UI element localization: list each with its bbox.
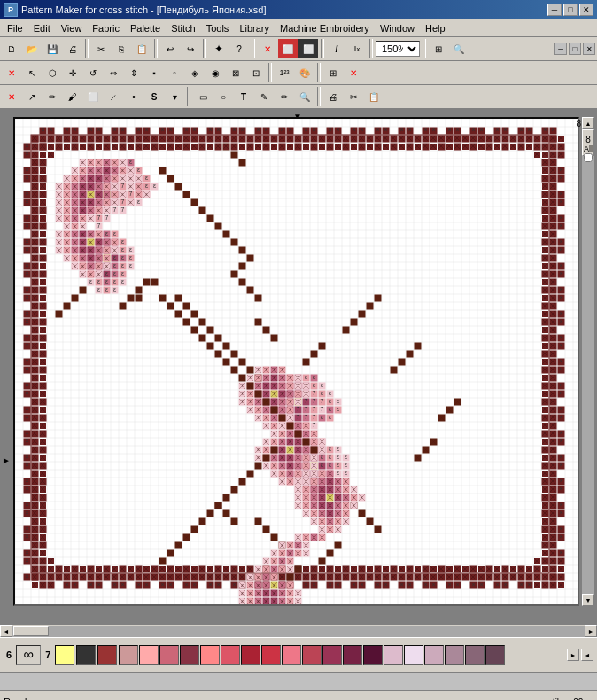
scroll-track-h[interactable] — [12, 626, 585, 637]
inner-max-button[interactable]: □ — [569, 43, 581, 55]
arrow-button[interactable]: ↗ — [22, 87, 42, 106]
swatch-14[interactable] — [384, 645, 403, 665]
text-I-button[interactable]: I — [327, 39, 346, 58]
block1-button[interactable]: ▪ — [144, 63, 164, 82]
scroll-left-button[interactable]: ◄ — [0, 625, 12, 637]
close-x-button[interactable]: ✕ — [2, 63, 21, 82]
swatch-13[interactable] — [363, 645, 383, 665]
swatch-18[interactable] — [465, 645, 485, 665]
clear-button[interactable]: ✕ — [344, 63, 363, 82]
num-button[interactable]: 1²³ — [275, 63, 294, 82]
menu-file[interactable]: File — [2, 21, 28, 35]
s-button[interactable]: S — [144, 87, 164, 106]
scroll-track-v[interactable] — [582, 129, 594, 594]
brush-button[interactable]: 🖌 — [63, 87, 82, 106]
inner-close-button[interactable]: ✕ — [583, 43, 595, 55]
swatch-6[interactable] — [221, 645, 240, 665]
swatch-16[interactable] — [424, 645, 444, 665]
menu-window[interactable]: Window — [375, 21, 420, 35]
rect-button[interactable]: ▭ — [193, 87, 213, 106]
menu-edit[interactable]: Edit — [28, 21, 56, 35]
grid-button[interactable]: ⊞ — [429, 39, 448, 58]
close-button[interactable]: ✕ — [579, 4, 593, 16]
menu-fabric[interactable]: Fabric — [87, 21, 125, 35]
color-swatch-red-dark[interactable] — [97, 645, 117, 665]
scroll-up-button[interactable]: ▲ — [582, 117, 594, 129]
scroll-right-button[interactable]: ► — [585, 625, 597, 637]
block6-button[interactable]: ⊡ — [246, 63, 266, 82]
x-button[interactable]: ✕ — [258, 39, 277, 58]
swatch-11[interactable] — [322, 645, 342, 665]
rotate-button[interactable]: ↺ — [83, 63, 103, 82]
shape-button[interactable]: ⬜ — [83, 87, 103, 106]
swatch-1[interactable] — [119, 645, 138, 665]
T-button[interactable]: T — [234, 87, 253, 106]
menu-view[interactable]: View — [56, 21, 88, 35]
print2-button[interactable]: 🖨 — [323, 87, 343, 106]
pencil2-button[interactable]: ✎ — [254, 87, 274, 106]
zoom2-button[interactable]: 🔍 — [295, 87, 314, 106]
swatch-7[interactable] — [241, 645, 260, 665]
block5-button[interactable]: ⊠ — [226, 63, 245, 82]
horizontal-scrollbar[interactable]: ◄ ► — [0, 624, 597, 637]
block4-button[interactable]: ◉ — [205, 63, 225, 82]
swatch-4[interactable] — [180, 645, 199, 665]
eraser-button[interactable]: ✏ — [275, 87, 294, 106]
inner-min-button[interactable]: ─ — [554, 43, 567, 55]
menu-palette[interactable]: Palette — [125, 21, 166, 35]
text-Ix-button[interactable]: Ix — [347, 39, 367, 58]
menu-help[interactable]: Help — [420, 21, 451, 35]
paste-button[interactable]: 📋 — [132, 39, 151, 58]
swatch-scroll-right[interactable]: ► — [567, 649, 579, 661]
swatch-10[interactable] — [302, 645, 322, 665]
new-button[interactable]: 🗋 — [2, 39, 21, 58]
scroll-down-button[interactable]: ▼ — [582, 594, 594, 606]
copy-button[interactable]: ⎘ — [112, 39, 131, 58]
swatch-8[interactable] — [261, 645, 281, 665]
swatch-17[interactable] — [445, 645, 464, 665]
block2-button[interactable]: ▫ — [165, 63, 184, 82]
zoom-in-button[interactable]: 🔍 — [449, 39, 469, 58]
pattern-canvas[interactable] — [13, 117, 579, 606]
circle-button[interactable]: ○ — [213, 87, 233, 106]
help-cursor-button[interactable]: ? — [229, 39, 249, 58]
redo-button[interactable]: ↪ — [181, 39, 200, 58]
menu-library[interactable]: Library — [234, 21, 275, 35]
palette-button[interactable]: 🎨 — [295, 63, 314, 82]
color-swatch-dark[interactable] — [76, 645, 96, 665]
swatch-2[interactable] — [139, 645, 159, 665]
dot-button[interactable]: • — [124, 87, 143, 106]
open-button[interactable]: 📂 — [22, 39, 42, 58]
move-button[interactable]: ✛ — [63, 63, 82, 82]
cut-button[interactable]: ✂ — [91, 39, 111, 58]
flip-button[interactable]: ⇔ — [104, 63, 123, 82]
paste2-button[interactable]: 📋 — [364, 87, 384, 106]
swatch-3[interactable] — [159, 645, 179, 665]
save-button[interactable]: 💾 — [43, 39, 62, 58]
color-swatch-yellow[interactable] — [55, 645, 74, 665]
polyline-button[interactable]: ⟋ — [104, 87, 123, 106]
pen-button[interactable]: ✏ — [43, 87, 62, 106]
infinity-button[interactable]: ∞ — [16, 645, 41, 665]
menu-machine-embroidery[interactable]: Machine Embroidery — [275, 21, 375, 35]
cut2-button[interactable]: ✂ — [344, 87, 363, 106]
maximize-button[interactable]: □ — [563, 4, 578, 16]
undo-button[interactable]: ↩ — [160, 39, 180, 58]
menu-tools[interactable]: Tools — [201, 21, 235, 35]
lasso-button[interactable]: ⬡ — [43, 63, 62, 82]
swatch-12[interactable] — [343, 645, 362, 665]
color-black-button[interactable]: ⬜ — [298, 39, 318, 58]
mirror-button[interactable]: ⇕ — [124, 63, 143, 82]
block3-button[interactable]: ◈ — [185, 63, 205, 82]
minimize-button[interactable]: ─ — [547, 4, 562, 16]
scroll-thumb-h[interactable] — [13, 626, 49, 636]
grid2-button[interactable]: ⊞ — [323, 63, 343, 82]
vertical-scrollbar[interactable]: ▲ ▼ — [581, 117, 594, 606]
magic-button[interactable]: ✦ — [209, 39, 229, 58]
swatch-scroll-left[interactable]: ◄ — [581, 649, 593, 661]
close-x2-button[interactable]: ✕ — [2, 87, 21, 106]
select-button[interactable]: ↖ — [22, 63, 42, 82]
all-checkbox[interactable] — [584, 153, 593, 162]
color-red-button[interactable]: ⬜ — [278, 39, 298, 58]
zoom-select[interactable]: 150% 100% 200% 75% — [376, 41, 420, 57]
